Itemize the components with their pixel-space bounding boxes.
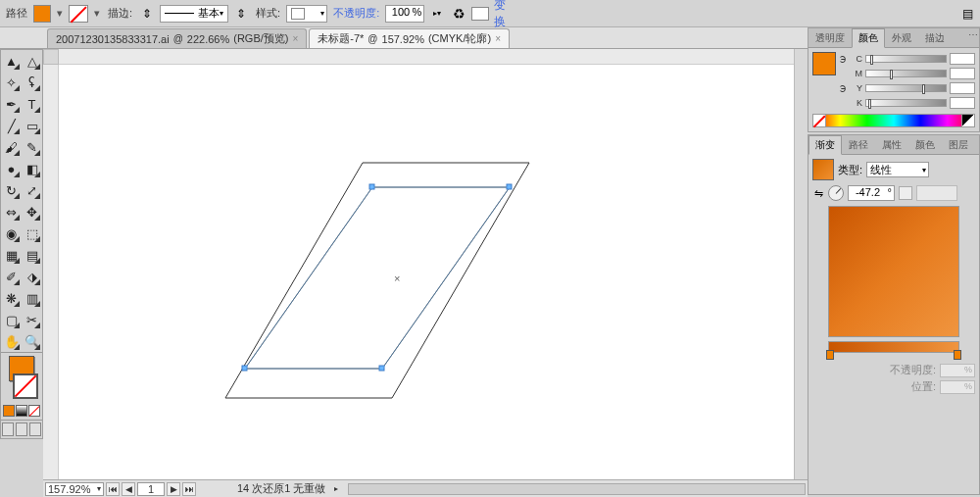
outer-parallelogram[interactable] [225,163,529,398]
rotate-tool[interactable]: ↻ [1,179,22,201]
next-artboard-button[interactable]: ▶ [167,482,180,496]
panel-tab-stroke[interactable]: 描边 [918,28,952,47]
color-fill-swatch[interactable] [812,52,836,75]
color-mode-button[interactable] [3,405,15,417]
gradient-stop[interactable] [954,350,961,360]
gradient-angle-input[interactable]: -47.2° [848,185,895,201]
mesh-tool[interactable]: ▦ [1,244,22,266]
selection-handles[interactable] [242,184,512,371]
zoom-combo[interactable]: 157.92%▾ [45,482,104,496]
artwork[interactable]: × [59,65,808,479]
magenta-slider[interactable] [865,70,947,77]
artboard-number-input[interactable]: 1 [137,482,165,496]
symbol-sprayer-tool[interactable]: ❋ [1,287,22,309]
cyan-value[interactable] [950,53,975,65]
gradient-tool[interactable]: ▤ [22,244,42,266]
link-icon[interactable]: ℈ [840,83,850,93]
width-tool[interactable]: ⇔ [1,201,22,223]
panel-menu-icon[interactable]: ▤ [958,5,976,23]
stroke-weight-stepper[interactable]: ⇕ [138,5,156,23]
aspect-ratio-icon[interactable] [899,186,912,200]
vertical-ruler[interactable] [43,65,59,479]
lasso-tool[interactable]: ʢ [22,72,42,93]
angle-dial[interactable] [828,185,844,201]
panel-tab-layers[interactable]: 图层 [942,135,975,154]
document-tab[interactable]: 未标题-7* @ 157.92% (CMYK/轮廓) × [309,28,510,48]
panel-tab-appearance[interactable]: 外观 [885,28,918,47]
stroke-weight-input[interactable]: 基本 ▾ [160,5,228,23]
magic-wand-tool[interactable]: ✧ [1,72,22,93]
panel-menu-icon[interactable]: ⋯ [968,29,978,40]
gradient-ramp[interactable] [828,341,959,353]
gradient-swatch[interactable] [812,159,834,180]
blob-brush-tool[interactable]: ● [1,158,22,179]
close-icon[interactable]: × [495,33,501,44]
panel-tab-color[interactable]: 颜色 [852,28,885,48]
artboard[interactable]: × [59,65,808,479]
close-icon[interactable]: × [292,33,298,44]
reverse-gradient-icon[interactable]: ⇋ [812,184,824,202]
vertical-scrollbar[interactable] [794,49,808,479]
panel-tab-pathfinder[interactable]: 路径 [842,135,875,154]
column-graph-tool[interactable]: ▥ [22,287,42,309]
opacity-input[interactable]: 100 [385,5,424,23]
stroke-swatch[interactable] [69,5,88,23]
normal-screen-button[interactable] [2,422,14,436]
panel-tab-transparency[interactable]: 透明度 [808,28,852,47]
horizontal-scrollbar[interactable] [348,483,807,495]
zoom-tool[interactable]: 🔍 [22,330,42,352]
panel-tab-swatches[interactable]: 颜色 [908,135,942,154]
gradient-preview[interactable] [828,206,959,337]
blend-tool[interactable]: ⬗ [22,266,42,287]
gradient-type-combo[interactable]: 线性▾ [866,162,929,177]
presentation-button[interactable] [29,422,41,436]
stroke-dropdown[interactable]: ▾ [92,6,102,22]
graphic-style-combo[interactable]: ▾ [286,5,327,23]
line-segment-tool[interactable]: ╱ [1,115,22,136]
free-transform-tool[interactable]: ✥ [22,201,42,223]
yellow-slider[interactable] [865,84,947,92]
bw-swatch-icon[interactable] [961,114,975,127]
black-slider[interactable] [865,99,947,107]
gradient-stop[interactable] [826,350,834,360]
hand-tool[interactable]: ✋ [1,330,22,352]
shape-builder-tool[interactable]: ◉ [1,223,22,244]
slice-tool[interactable]: ✂ [22,309,42,330]
status-menu-icon[interactable]: ▸ [334,484,338,493]
fill-dropdown[interactable]: ▾ [55,6,65,22]
none-mode-button[interactable] [28,405,40,417]
document-profile-icon[interactable] [471,7,489,21]
inner-parallelogram[interactable] [245,187,510,369]
prev-artboard-button[interactable]: ◀ [122,482,135,496]
first-artboard-button[interactable]: ⏮ [106,482,120,496]
transform-link[interactable]: 变换 [493,5,511,23]
pencil-tool[interactable]: ✎ [22,136,42,158]
full-screen-button[interactable] [16,422,27,436]
document-tab[interactable]: 20071230135833317.ai @ 222.66% (RGB/预览) … [47,28,307,48]
black-value[interactable] [950,97,975,109]
panel-tab-attributes[interactable]: 属性 [875,135,908,154]
brush-def-stepper[interactable]: ⇕ [232,5,250,23]
ruler-origin[interactable] [43,49,59,65]
direct-selection-tool[interactable]: △ [22,50,42,72]
cyan-slider[interactable] [865,55,947,63]
eraser-tool[interactable]: ◧ [22,158,42,179]
perspective-tool[interactable]: ⬚ [22,223,42,244]
recolor-artwork-icon[interactable]: ♻ [450,5,467,23]
magenta-value[interactable] [950,68,975,79]
horizontal-ruler[interactable] [59,49,808,65]
scale-tool[interactable]: ⤢ [22,179,42,201]
paintbrush-tool[interactable]: 🖌 [1,136,22,158]
rectangle-tool[interactable]: ▭ [22,115,42,136]
selection-tool[interactable]: ▲ [1,50,22,72]
last-artboard-button[interactable]: ⏭ [182,482,196,496]
none-color-icon[interactable] [812,114,826,127]
fill-swatch[interactable] [33,5,51,23]
gradient-mode-button[interactable] [16,405,27,417]
opacity-stepper[interactable]: ▸▾ [428,5,446,23]
artboard-tool[interactable]: ▢ [1,309,22,330]
yellow-value[interactable] [950,82,975,94]
color-spectrum[interactable] [812,114,975,127]
eyedropper-tool[interactable]: ✐ [1,266,22,287]
pen-tool[interactable]: ✒ [1,93,22,115]
